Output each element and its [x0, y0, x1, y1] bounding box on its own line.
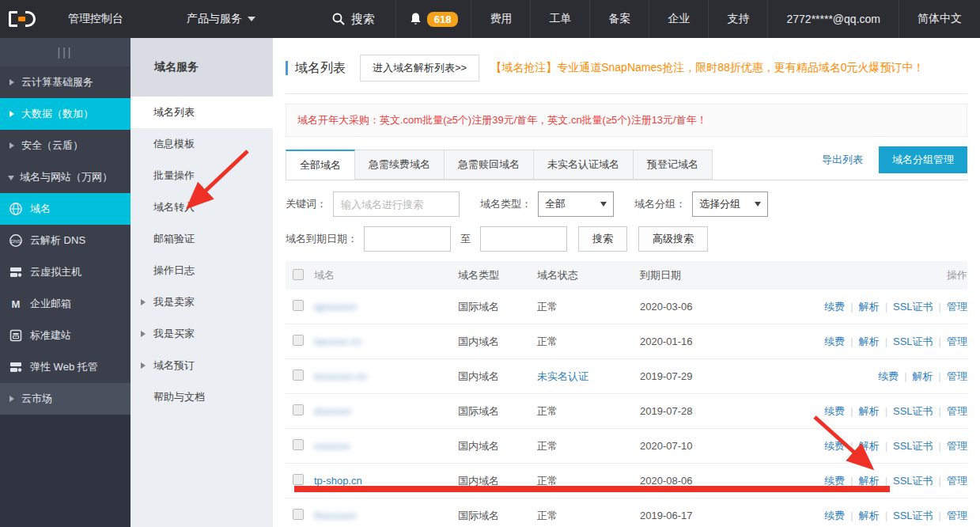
action-link-管理[interactable]: 管理 [947, 510, 967, 521]
action-link-SSL证书[interactable]: SSL证书 [893, 301, 933, 313]
row-checkbox[interactable] [293, 509, 304, 520]
row-checkbox[interactable] [293, 439, 304, 450]
submenu-item-3[interactable]: 域名转入 [131, 191, 273, 223]
domain-link[interactable]: xxxxxxx [314, 440, 350, 452]
tab-1[interactable]: 急需续费域名 [355, 150, 445, 180]
nav-item-4[interactable]: 支持 [708, 0, 767, 38]
promo-orange-link[interactable]: 【域名抢注】专业通道SnapNames抢注，限时88折优惠，更有精品域名0元火爆… [490, 61, 924, 75]
action-link-解析[interactable]: 解析 [859, 301, 880, 313]
nav-search[interactable]: 搜索 [312, 0, 395, 38]
sidebar-item-0[interactable]: 云计算基础服务 [0, 66, 131, 98]
action-link-SSL证书[interactable]: SSL证书 [893, 440, 933, 452]
submenu-item-label: 我是买家 [153, 327, 195, 341]
expire-date-from-input[interactable] [364, 226, 451, 252]
sidebar-collapse-button[interactable]: ||| [0, 38, 131, 66]
domain-link[interactable]: txxxxxxx.cn [314, 370, 366, 382]
nav-account[interactable]: 2772*****@qq.com [767, 0, 899, 38]
submenu-item-7[interactable]: 我是买家 [131, 318, 273, 350]
aliyun-logo-icon[interactable] [0, 11, 44, 27]
action-link-续费[interactable]: 续费 [824, 301, 845, 313]
domain-link[interactable]: tp-shop.cn [314, 475, 362, 487]
submenu-item-2[interactable]: 批量操作 [131, 160, 273, 191]
submenu-item-4[interactable]: 邮箱验证 [131, 223, 273, 255]
sidebar-item-7[interactable]: M企业邮箱 [0, 288, 131, 320]
submenu-item-6[interactable]: 我是卖家 [131, 286, 273, 318]
table-row: qpxxxxxn国际域名正常2020-03-06续费|解析|SSL证书|管理 [286, 290, 967, 324]
action-link-SSL证书[interactable]: SSL证书 [893, 336, 933, 347]
action-link-管理[interactable]: 管理 [947, 405, 967, 417]
action-link-解析[interactable]: 解析 [859, 336, 880, 347]
expire-date-label: 域名到期日期： [286, 232, 358, 246]
secondary-sidebar: 域名服务 域名列表信息模板批量操作域名转入邮箱验证操作日志我是卖家我是买家域名预… [131, 38, 273, 527]
action-link-SSL证书[interactable]: SSL证书 [893, 510, 933, 521]
domain-status[interactable]: 未实名认证 [537, 370, 588, 382]
action-link-管理[interactable]: 管理 [947, 440, 967, 452]
submenu-item-8[interactable]: 域名预订 [131, 350, 273, 381]
sidebar-item-10[interactable]: 云市场 [0, 383, 131, 415]
tab-2[interactable]: 急需赎回域名 [445, 150, 534, 180]
action-link-解析[interactable]: 解析 [859, 510, 880, 521]
export-list-link[interactable]: 导出列表 [822, 153, 863, 167]
action-link-续费[interactable]: 续费 [824, 510, 845, 521]
advanced-search-button[interactable]: 高级搜索 [638, 226, 708, 252]
enter-dns-list-button[interactable]: 进入域名解析列表>> [360, 55, 479, 82]
domain-group-select[interactable]: 选择分组 [692, 191, 768, 217]
nav-item-3[interactable]: 企业 [649, 0, 708, 38]
action-link-SSL证书[interactable]: SSL证书 [893, 475, 933, 487]
nav-item-2[interactable]: 备案 [589, 0, 649, 38]
sidebar-item-9[interactable]: 弹性 Web 托管 [0, 351, 131, 383]
expire-date-to-input[interactable] [480, 226, 567, 252]
nav-console[interactable]: 管理控制台 [49, 12, 142, 26]
submenu-item-0[interactable]: 域名列表 [131, 97, 273, 128]
action-link-解析[interactable]: 解析 [859, 440, 880, 452]
nav-item-0[interactable]: 费用 [471, 0, 530, 38]
search-button[interactable]: 搜索 [578, 226, 627, 252]
nav-language[interactable]: 简体中文 [899, 0, 980, 38]
action-link-SSL证书[interactable]: SSL证书 [893, 405, 933, 417]
tab-0[interactable]: 全部域名 [286, 150, 355, 180]
domain-link[interactable]: 9xxxxxxn [314, 510, 356, 521]
action-link-解析[interactable]: 解析 [859, 405, 880, 417]
nav-item-1[interactable]: 工单 [530, 0, 589, 38]
chevron-right-icon [141, 362, 146, 369]
tab-3[interactable]: 未实名认证域名 [534, 150, 634, 180]
row-checkbox[interactable] [293, 370, 304, 381]
action-link-续费[interactable]: 续费 [824, 475, 845, 487]
sidebar-item-2[interactable]: 安全（云盾） [0, 130, 131, 161]
select-all-checkbox[interactable] [293, 269, 304, 280]
submenu-item-9[interactable]: 帮助与文档 [131, 381, 273, 413]
nav-notifications[interactable]: 618 [395, 0, 471, 38]
keyword-input[interactable] [333, 191, 460, 217]
row-checkbox[interactable] [293, 474, 304, 485]
row-checkbox[interactable] [293, 404, 304, 415]
row-checkbox[interactable] [293, 300, 304, 311]
action-link-管理[interactable]: 管理 [947, 475, 967, 487]
submenu-item-1[interactable]: 信息模板 [131, 128, 273, 160]
sidebar-item-4[interactable]: 域名 [0, 193, 131, 225]
domain-group-manage-button[interactable]: 域名分组管理 [879, 146, 967, 173]
sidebar-item-3[interactable]: 域名与网站（万网） [0, 161, 131, 193]
action-link-管理[interactable]: 管理 [947, 301, 967, 313]
action-link-续费[interactable]: 续费 [824, 336, 845, 347]
action-link-续费[interactable]: 续费 [824, 405, 845, 417]
domain-link[interactable]: dsxxxxn [314, 405, 351, 417]
nav-products-menu[interactable]: 产品与服务 [169, 12, 273, 26]
action-link-续费[interactable]: 续费 [878, 370, 899, 382]
sidebar-item-6[interactable]: 云虚拟主机 [0, 256, 131, 288]
sidebar-item-8[interactable]: 标准建站 [0, 320, 131, 351]
action-separator: | [850, 405, 853, 417]
action-link-解析[interactable]: 解析 [913, 370, 933, 382]
row-checkbox[interactable] [293, 335, 304, 346]
sidebar-item-1[interactable]: 大数据（数加） [0, 98, 131, 130]
domain-status: 正常 [537, 301, 558, 313]
domain-type-select[interactable]: 全部 [538, 191, 614, 217]
submenu-item-5[interactable]: 操作日志 [131, 255, 273, 286]
action-link-管理[interactable]: 管理 [947, 370, 967, 382]
domain-link[interactable]: qpxxxxxn [314, 301, 357, 313]
action-link-管理[interactable]: 管理 [947, 336, 967, 347]
tab-4[interactable]: 预登记域名 [634, 150, 713, 180]
action-link-续费[interactable]: 续费 [824, 440, 845, 452]
action-link-解析[interactable]: 解析 [859, 475, 880, 487]
domain-link[interactable]: laxxxxx.cn [314, 336, 361, 347]
sidebar-item-5[interactable]: DNS云解析 DNS [0, 225, 131, 256]
